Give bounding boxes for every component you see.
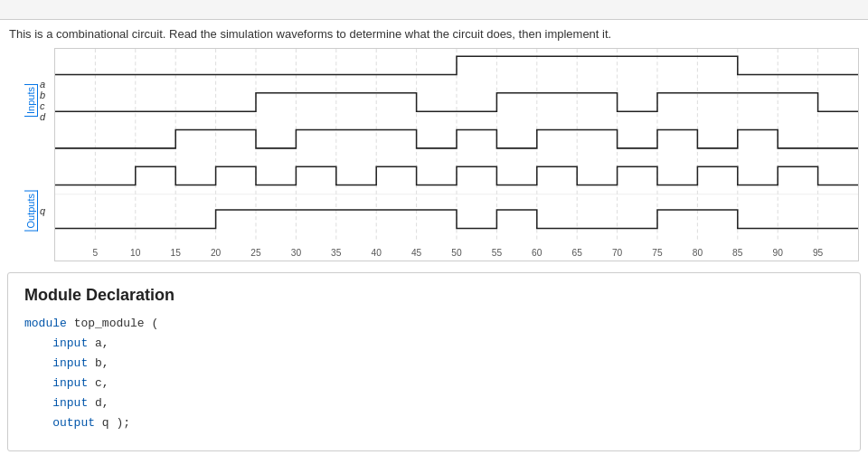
kw-input-c: input [52, 376, 88, 390]
svg-text:30: 30 [291, 248, 302, 258]
declaration-box: Module Declaration module top_module ( i… [7, 272, 861, 451]
signal-name-d: d [40, 111, 51, 122]
inputs-label-group: Inputs a b c d [24, 79, 51, 122]
code-line-4: input d, [24, 393, 844, 413]
svg-text:5: 5 [93, 248, 99, 258]
svg-text:50: 50 [451, 248, 462, 258]
svg-text:10: 10 [130, 248, 141, 258]
kw-module: module [24, 317, 67, 330]
top-bar [0, 0, 868, 20]
code-text-4: d, [95, 396, 109, 410]
signal-name-b: b [40, 90, 51, 100]
svg-text:20: 20 [211, 248, 222, 258]
code-line-2: input b, [24, 354, 844, 374]
svg-text:80: 80 [693, 248, 703, 258]
code-text-2: b, [95, 356, 109, 370]
svg-text:85: 85 [732, 248, 743, 258]
code-line-0: module top_module ( [24, 314, 844, 334]
side-labels: Inputs a b c d Outputs q [9, 48, 54, 261]
waveform-c [55, 130, 858, 148]
outputs-label-group: Outputs q [24, 191, 51, 232]
code-line-3: input c, [24, 374, 844, 393]
svg-text:40: 40 [372, 248, 382, 258]
svg-text:65: 65 [572, 248, 583, 258]
waveform-svg: .grid-line { stroke: #bbb; stroke-width:… [55, 49, 858, 261]
svg-text:60: 60 [532, 248, 542, 258]
declaration-title: Module Declaration [24, 286, 844, 305]
svg-text:55: 55 [492, 248, 503, 258]
code-text-0: top_module ( [74, 317, 159, 330]
waveform-d [55, 166, 858, 185]
kw-input-d: input [52, 396, 88, 410]
code-text-5: q ); [102, 416, 130, 430]
output-signal-names: q [40, 205, 51, 216]
kw-input-a: input [52, 337, 88, 350]
kw-output-q: output [52, 416, 95, 430]
svg-text:75: 75 [652, 248, 663, 258]
signal-name-a: a [40, 79, 51, 90]
inputs-label: Inputs [24, 84, 38, 117]
input-signal-names: a b c d [40, 79, 51, 122]
signal-name-q: q [40, 205, 51, 216]
waveform-container: Inputs a b c d Outputs q .grid-line { st… [0, 44, 868, 261]
waveform-area: .grid-line { stroke: #bbb; stroke-width:… [54, 48, 859, 261]
svg-text:15: 15 [171, 248, 182, 258]
outputs-label: Outputs [24, 191, 38, 232]
kw-input-b: input [52, 356, 88, 370]
code-text-1: a, [95, 337, 109, 350]
svg-text:70: 70 [612, 248, 623, 258]
code-block: module top_module ( input a, input b, in… [24, 314, 844, 434]
code-line-1: input a, [24, 334, 844, 354]
svg-text:25: 25 [250, 248, 261, 258]
svg-text:90: 90 [773, 248, 784, 258]
svg-text:45: 45 [411, 248, 422, 258]
signal-name-c: c [40, 100, 51, 111]
svg-text:35: 35 [331, 248, 342, 258]
code-line-5: output q ); [24, 413, 844, 433]
svg-text:95: 95 [813, 248, 824, 258]
description-text: This is a combinational circuit. Read th… [0, 20, 868, 44]
code-text-3: c, [95, 376, 109, 390]
